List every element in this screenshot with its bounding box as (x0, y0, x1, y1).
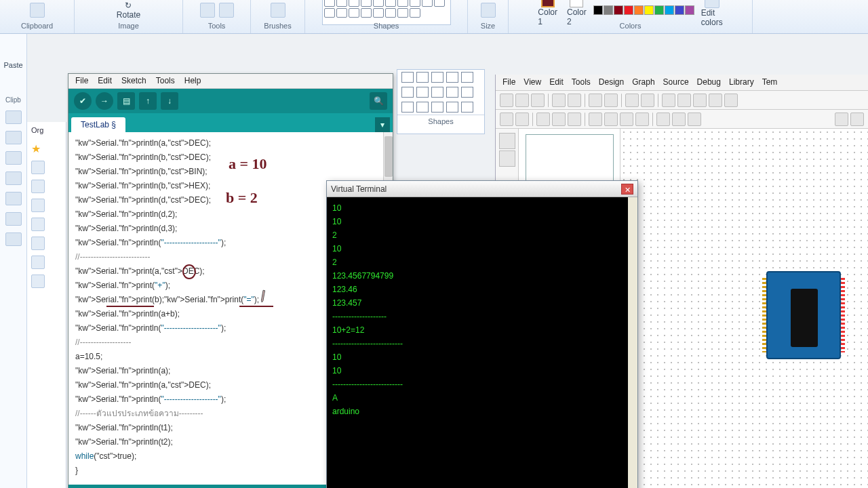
code-line: "kw">Serial."fn">println(a,"cst">DEC); (75, 136, 386, 150)
terminal-title: Virtual Terminal (331, 184, 387, 194)
pmenu-debug[interactable]: Debug (697, 77, 721, 87)
virtual-terminal-window: Virtual Terminal ✕ 10 10 2 10 2 123.4567… (326, 180, 638, 488)
save-button[interactable]: ↓ (161, 92, 178, 110)
tool-icon[interactable] (641, 94, 654, 107)
proteus-canvas[interactable] (620, 129, 868, 488)
folder-icon[interactable] (31, 180, 45, 193)
arduino-board-component[interactable] (766, 271, 841, 359)
color2-button[interactable]: Color 2 (564, 0, 589, 26)
sidebar-icon[interactable] (5, 171, 22, 185)
edit-colors-button[interactable]: Edit colors (698, 0, 726, 27)
pmenu-tools[interactable]: Tools (572, 77, 591, 87)
code-line: "kw">Serial."fn">println(b,"cst">DEC); (75, 150, 386, 165)
pencil-tool-icon[interactable] (200, 3, 215, 18)
sidebar-icon[interactable] (5, 131, 22, 144)
terminal-scrollbar[interactable] (628, 197, 637, 488)
tool-icon[interactable] (724, 94, 738, 107)
paste-button[interactable] (27, 3, 47, 18)
favorites-star-icon[interactable]: ★ (31, 142, 62, 155)
tool-icon[interactable] (552, 113, 566, 126)
tool-icon[interactable] (500, 113, 513, 126)
open-button[interactable]: ↑ (139, 92, 157, 110)
sidebar-icon[interactable] (5, 232, 22, 246)
tool-icon[interactable] (709, 94, 722, 107)
sidebar-icon[interactable] (5, 192, 22, 205)
rotate-button[interactable]: ↻Rotate (114, 1, 143, 20)
tool-icon[interactable] (568, 94, 581, 107)
folder-icon[interactable] (31, 256, 45, 269)
tool-icon[interactable] (589, 113, 602, 126)
proteus-toolbar-1 (496, 91, 868, 110)
upload-button[interactable]: → (96, 92, 113, 110)
tab-dropdown-icon[interactable]: ▾ (375, 117, 390, 132)
tool-icon[interactable] (604, 113, 618, 126)
folder-icon[interactable] (31, 199, 45, 212)
folder-icon[interactable] (31, 237, 45, 250)
tool-icon[interactable] (635, 113, 649, 126)
color-palette[interactable] (593, 5, 694, 15)
terminal-titlebar[interactable]: Virtual Terminal ✕ (327, 181, 637, 197)
tool-icon[interactable] (515, 94, 529, 107)
code-line: "kw">Serial."fn">println(b,"cst">BIN); (75, 165, 386, 179)
menu-help[interactable]: Help (184, 76, 201, 86)
explorer-column: Org ★ (27, 122, 66, 488)
sidebar-icon[interactable] (5, 212, 22, 226)
folder-icon[interactable] (31, 161, 45, 174)
tool-icon[interactable] (688, 113, 701, 126)
refresh-icon[interactable] (499, 150, 515, 167)
tool-icon[interactable] (693, 94, 707, 107)
close-icon[interactable]: ✕ (621, 184, 633, 195)
tool-icon[interactable] (677, 94, 691, 107)
tool-icon[interactable] (536, 113, 550, 126)
menu-sketch[interactable]: Sketch (121, 76, 146, 86)
terminal-output[interactable]: 10 10 2 10 2 123.4567794799 123.46 123.4… (327, 197, 637, 488)
proteus-toolbar-2 (496, 110, 868, 129)
pmenu-graph[interactable]: Graph (632, 77, 654, 87)
folder-icon[interactable] (31, 218, 45, 231)
tool-icon[interactable] (604, 94, 618, 107)
sidebar-icon[interactable] (5, 151, 22, 165)
serial-monitor-button[interactable]: 🔍 (370, 92, 387, 110)
brushes-icon[interactable] (271, 3, 285, 18)
menu-tools[interactable]: Tools (156, 76, 175, 86)
pointer-tool-icon[interactable] (499, 133, 515, 149)
pmenu-edit[interactable]: Edit (549, 77, 564, 87)
pmenu-view[interactable]: View (524, 77, 541, 87)
left-sidebar: Paste Clipb (0, 34, 27, 488)
pmenu-library[interactable]: Library (729, 77, 754, 87)
paste-label[interactable]: Paste (3, 61, 24, 69)
sidebar-icon[interactable] (5, 110, 22, 124)
organize-label[interactable]: Org (27, 122, 66, 138)
menu-file[interactable]: File (75, 76, 88, 86)
shapes-group-label: Shapes (374, 22, 399, 30)
tool-icon[interactable] (850, 113, 864, 126)
pmenu-design[interactable]: Design (599, 77, 624, 87)
shapes-panel: Shapes (397, 69, 485, 134)
tool-icon[interactable] (531, 94, 545, 107)
pmenu-source[interactable]: Source (663, 77, 689, 87)
new-button[interactable]: ▤ (117, 92, 135, 110)
tools-group-label: Tools (208, 22, 226, 30)
verify-button[interactable]: ✔ (74, 92, 92, 110)
tool-icon[interactable] (515, 113, 529, 126)
tool-icon[interactable] (568, 113, 581, 126)
tool-icon[interactable] (662, 94, 675, 107)
tool-icon[interactable] (500, 94, 513, 107)
tool-icon[interactable] (589, 94, 602, 107)
tool-icon[interactable] (620, 113, 633, 126)
tool-icon[interactable] (835, 113, 848, 126)
folder-icon[interactable] (31, 274, 45, 288)
proteus-menu-bar: File View Edit Tools Design Graph Source… (496, 75, 868, 91)
tool-icon[interactable] (625, 94, 639, 107)
menu-edit[interactable]: Edit (98, 76, 112, 86)
eraser-tool-icon[interactable] (219, 3, 234, 18)
color1-button[interactable]: Color 1 (535, 0, 560, 26)
pmenu-tem[interactable]: Tem (762, 77, 778, 87)
tool-icon[interactable] (672, 113, 686, 126)
tool-icon[interactable] (552, 94, 566, 107)
pmenu-file[interactable]: File (502, 77, 515, 87)
terminal-text: 10 10 2 10 2 123.4567794799 123.46 123.4… (332, 201, 632, 418)
size-icon[interactable] (481, 3, 496, 18)
tool-icon[interactable] (656, 113, 670, 126)
sketch-tab[interactable]: TestLab § (71, 117, 125, 132)
